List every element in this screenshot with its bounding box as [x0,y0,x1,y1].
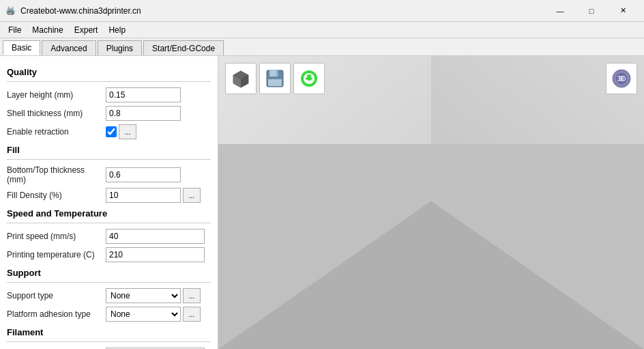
tab-plugins[interactable]: Plugins [98,40,142,55]
main-layout: Quality Layer height (mm) Shell thicknes… [0,56,644,349]
menu-machine[interactable]: Machine [27,24,68,36]
viewport-3d [218,56,644,349]
platform-adhesion-select[interactable]: None [106,307,181,322]
minimize-button[interactable]: ― [544,0,576,22]
toolbar [225,63,325,94]
print-speed-row: Print speed (mm/s) [7,229,211,244]
retraction-dots-button[interactable]: ... [119,124,136,139]
left-panel: Quality Layer height (mm) Shell thicknes… [0,56,218,349]
bottom-top-row: Bottom/Top thickness (mm) [7,165,211,184]
print-temp-row: Printing temperature (C) [7,247,211,262]
chat-icon [299,68,319,89]
support-type-row: Support type None ... [7,288,211,303]
layer-height-input[interactable] [106,87,181,102]
window-controls: ― □ ✕ [544,0,639,22]
tab-advanced[interactable]: Advanced [42,40,96,55]
fill-density-input[interactable] [106,188,181,203]
support-type-label: Support type [7,291,106,301]
menu-bar: File Machine Expert Help [0,22,644,38]
bottom-top-input[interactable] [106,167,181,182]
filament-divider [7,341,211,342]
enable-retraction-checkbox[interactable] [106,126,117,137]
fill-density-dots-button[interactable]: ... [183,188,201,203]
layer-height-row: Layer height (mm) [7,87,211,102]
close-button[interactable]: ✕ [607,0,639,22]
quality-divider [7,81,211,82]
top-right-settings-button[interactable]: 3D [606,63,637,94]
speed-divider [7,223,211,223]
app-icon: 🖨️ [5,5,16,16]
support-type-select[interactable]: None [106,288,181,303]
menu-file[interactable]: File [3,24,27,36]
enable-retraction-row: Enable retraction ... [7,124,211,139]
shell-thickness-input[interactable] [106,106,181,121]
platform-adhesion-dots-button[interactable]: ... [183,307,201,322]
print-temp-label: Printing temperature (C) [7,250,106,260]
tab-basic[interactable]: Basic [3,40,40,55]
svg-text:3D: 3D [617,75,626,83]
support-section-title: Support [7,268,211,278]
save-icon [265,68,285,89]
filament-section-title: Filament [7,327,211,337]
support-type-dots-button[interactable]: ... [183,288,201,303]
fill-density-row: Fill Density (%) ... [7,188,211,203]
shell-thickness-row: Shell thickness (mm) [7,106,211,121]
svg-rect-9 [268,79,282,86]
tab-bar: Basic Advanced Plugins Start/End-GCode [0,38,644,56]
viewport: 3D [218,56,644,349]
menu-expert[interactable]: Expert [69,24,104,36]
svg-rect-8 [276,71,278,76]
bottom-top-label: Bottom/Top thickness (mm) [7,165,106,184]
maximize-button[interactable]: □ [576,0,607,22]
support-divider [7,282,211,283]
enable-retraction-label: Enable retraction [7,127,106,137]
layer-height-label: Layer height (mm) [7,90,106,100]
load-model-button[interactable] [225,63,257,94]
menu-help[interactable]: Help [103,24,131,36]
model-icon [231,68,251,89]
title-bar: 🖨️ Createbot-www.china3dprinter.cn ― □ ✕ [0,0,644,22]
shell-thickness-label: Shell thickness (mm) [7,109,106,118]
speed-section-title: Speed and Temperature [7,208,211,219]
chat-button[interactable] [293,63,325,94]
settings-icon: 3D [611,68,632,89]
title-text: Createbot-www.china3dprinter.cn [20,6,544,16]
fill-section-title: Fill [7,145,211,155]
platform-adhesion-row: Platform adhesion type None ... [7,307,211,322]
fill-divider [7,159,211,160]
tab-startend[interactable]: Start/End-GCode [143,40,224,55]
svg-point-14 [311,76,313,78]
platform-adhesion-label: Platform adhesion type [7,309,106,319]
print-speed-label: Print speed (mm/s) [7,232,106,241]
print-temp-input[interactable] [106,247,205,262]
svg-point-13 [306,76,308,78]
fill-density-label: Fill Density (%) [7,191,106,200]
quality-section-title: Quality [7,67,211,77]
print-speed-input[interactable] [106,229,205,244]
save-button[interactable] [259,63,291,94]
